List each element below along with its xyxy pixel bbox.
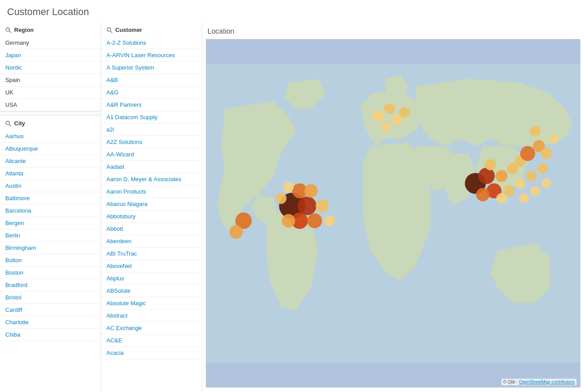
- list-item[interactable]: AboveNet: [101, 260, 202, 272]
- svg-point-43: [541, 148, 552, 159]
- svg-point-38: [537, 163, 548, 174]
- svg-point-0: [6, 27, 10, 31]
- list-item[interactable]: A&R Partners: [101, 99, 202, 111]
- list-item[interactable]: Atlanta: [0, 167, 101, 180]
- svg-point-4: [107, 27, 111, 31]
- left-filter-panel: Region Germany Japan Nordic Spain UK USA…: [0, 22, 101, 391]
- list-item[interactable]: Charlotte: [0, 316, 101, 329]
- svg-point-17: [283, 182, 294, 193]
- svg-point-39: [541, 179, 551, 188]
- list-item[interactable]: A-ARVIN Laser Resources: [101, 49, 202, 62]
- list-item[interactable]: UK: [0, 86, 101, 99]
- list-item[interactable]: Japan: [0, 49, 101, 62]
- list-item[interactable]: A&G: [101, 86, 202, 99]
- customer-list: A-2-Z Solutions A-ARVIN Laser Resources …: [101, 37, 202, 359]
- list-item[interactable]: Abacus Niagara: [101, 198, 202, 210]
- svg-point-36: [526, 171, 537, 181]
- list-item[interactable]: Baltimore: [0, 192, 101, 205]
- list-item[interactable]: Albuquerque: [0, 143, 101, 155]
- list-item[interactable]: Alicante: [0, 155, 101, 167]
- list-item[interactable]: Abplus: [101, 272, 202, 285]
- svg-point-19: [229, 225, 243, 238]
- map-attribution: © Qlik · OpenStreetMap contributors: [502, 379, 576, 385]
- customer-panel: Customer A-2-Z Solutions A-ARVIN Laser R…: [101, 22, 202, 391]
- list-item[interactable]: Abbott: [101, 223, 202, 235]
- world-map: [206, 39, 580, 387]
- list-item[interactable]: USA: [0, 99, 101, 111]
- list-item[interactable]: Aberdeen: [101, 235, 202, 248]
- list-item[interactable]: Bergen: [0, 217, 101, 229]
- list-item[interactable]: Birmingham: [0, 242, 101, 254]
- list-item[interactable]: Nordic: [0, 62, 101, 74]
- city-label: City: [14, 120, 25, 127]
- list-item[interactable]: Cardiff: [0, 304, 101, 316]
- svg-point-44: [549, 134, 559, 144]
- search-icon: [5, 27, 12, 33]
- list-item[interactable]: Bristol: [0, 291, 101, 304]
- list-item[interactable]: Acacia: [101, 347, 202, 359]
- list-item[interactable]: Austin: [0, 180, 101, 192]
- list-item[interactable]: Spain: [0, 74, 101, 86]
- svg-point-33: [515, 178, 525, 189]
- list-item[interactable]: Chiba: [0, 329, 101, 341]
- list-item[interactable]: Berlin: [0, 229, 101, 242]
- list-item[interactable]: ABI TruTrac: [101, 248, 202, 260]
- list-item[interactable]: Bolton: [0, 254, 101, 267]
- list-item[interactable]: A&B: [101, 74, 202, 86]
- location-panel: Location: [202, 22, 584, 391]
- region-list: Germany Japan Nordic Spain UK USA: [0, 37, 101, 111]
- list-item[interactable]: Aaron D. Meyer & Associates: [101, 173, 202, 186]
- list-item[interactable]: AC Exchange: [101, 322, 202, 334]
- list-item[interactable]: Bradford: [0, 279, 101, 291]
- svg-line-1: [9, 31, 11, 33]
- city-header: City: [0, 116, 101, 130]
- svg-point-28: [476, 188, 490, 201]
- svg-point-41: [520, 146, 535, 161]
- list-item[interactable]: Abbotsbury: [101, 210, 202, 223]
- svg-point-34: [485, 159, 496, 170]
- list-item[interactable]: ABSolute: [101, 285, 202, 297]
- list-item[interactable]: A1 Datacom Supply: [101, 111, 202, 124]
- list-item[interactable]: AA-Wizard: [101, 148, 202, 161]
- svg-point-14: [275, 193, 286, 204]
- svg-point-29: [495, 170, 507, 182]
- list-item[interactable]: AC&E: [101, 334, 202, 347]
- svg-line-3: [9, 124, 11, 126]
- list-item[interactable]: Aaron Products: [101, 186, 202, 198]
- svg-point-8: [298, 197, 317, 215]
- search-icon-customer: [106, 27, 113, 33]
- list-item[interactable]: Abstract: [101, 310, 202, 322]
- list-item[interactable]: a2i: [101, 124, 202, 136]
- search-icon-city: [5, 120, 12, 127]
- openstreetmap-link[interactable]: OpenStreetMap contributors: [519, 380, 575, 384]
- list-item[interactable]: A Superior System: [101, 62, 202, 74]
- svg-point-10: [307, 213, 322, 229]
- svg-point-45: [530, 126, 541, 136]
- svg-point-26: [478, 168, 495, 184]
- region-label: Region: [14, 27, 34, 33]
- customer-header: Customer: [101, 22, 202, 37]
- svg-point-12: [316, 199, 329, 212]
- svg-point-21: [384, 104, 395, 114]
- svg-point-31: [496, 193, 507, 204]
- list-item[interactable]: Aadast: [101, 161, 202, 173]
- list-item[interactable]: A-2-Z Solutions: [101, 37, 202, 49]
- svg-point-24: [399, 107, 410, 118]
- list-item[interactable]: Barcelona: [0, 205, 101, 217]
- svg-point-35: [519, 194, 529, 203]
- customer-label: Customer: [115, 27, 142, 33]
- list-item[interactable]: Aarhus: [0, 130, 101, 143]
- list-item[interactable]: Germany: [0, 37, 101, 49]
- map-container[interactable]: © Qlik · OpenStreetMap contributors: [206, 39, 580, 388]
- page-title: Customer Location: [0, 0, 584, 22]
- list-item[interactable]: Boston: [0, 267, 101, 279]
- list-item[interactable]: Absolute Magic: [101, 297, 202, 310]
- svg-line-5: [110, 31, 112, 33]
- svg-point-11: [282, 214, 295, 227]
- list-item[interactable]: A2Z Solutions: [101, 136, 202, 148]
- svg-point-2: [6, 121, 10, 124]
- region-header: Region: [0, 22, 101, 37]
- svg-point-20: [372, 110, 384, 122]
- svg-point-23: [381, 123, 391, 132]
- location-title: Location: [206, 26, 580, 39]
